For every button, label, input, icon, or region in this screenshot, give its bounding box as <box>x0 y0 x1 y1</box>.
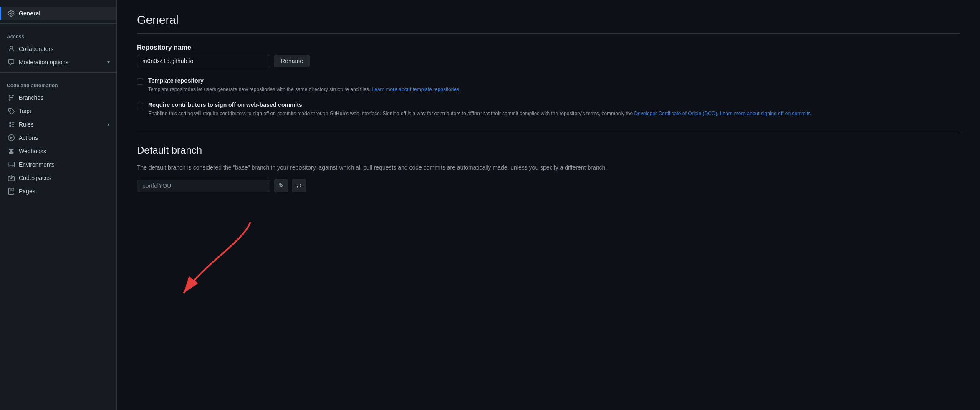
template-repo-label: Template repository <box>148 77 460 84</box>
dco-link[interactable]: Developer Certificate of Origin (DCO) <box>634 111 717 116</box>
sidebar-item-webhooks[interactable]: Webhooks <box>0 144 116 158</box>
template-repo-desc: Template repositories let users generate… <box>148 86 460 93</box>
sidebar-item-pages-label: Pages <box>19 188 35 195</box>
edit-branch-button[interactable]: ✎ <box>274 179 288 192</box>
sidebar-item-collaborators[interactable]: Collaborators <box>0 42 116 56</box>
codespaces-icon <box>8 175 15 181</box>
sidebar-item-rules-label: Rules <box>19 121 34 128</box>
sidebar-item-branches[interactable]: Branches <box>0 91 116 104</box>
sign-off-link[interactable]: Learn more about signing off on commits <box>720 111 811 116</box>
sidebar-item-general[interactable]: General <box>0 7 116 20</box>
template-repo-group: Template repository Template repositorie… <box>137 77 960 93</box>
sidebar-item-tags[interactable]: Tags <box>0 104 116 118</box>
sign-off-checkbox[interactable] <box>137 103 143 109</box>
divider <box>0 23 116 24</box>
template-repo-link[interactable]: Learn more about template repositories <box>372 86 459 92</box>
code-section-label: Code and automation <box>0 76 116 91</box>
comment-icon <box>8 59 15 66</box>
default-branch-title: Default branch <box>137 144 960 156</box>
repo-name-label: Repository name <box>137 44 960 51</box>
sign-off-group: Require contributors to sign off on web-… <box>137 101 960 117</box>
webhook-icon <box>8 148 15 154</box>
sidebar: General Access Collaborators Moderation … <box>0 0 117 410</box>
sidebar-item-environments-label: Environments <box>19 161 55 168</box>
play-icon <box>8 134 15 141</box>
sidebar-item-actions-label: Actions <box>19 134 38 141</box>
sidebar-item-collaborators-label: Collaborators <box>19 46 53 52</box>
sidebar-item-codespaces[interactable]: Codespaces <box>0 171 116 185</box>
rules-icon <box>8 121 15 128</box>
page-title: General <box>137 13 960 34</box>
branch-icon <box>8 94 15 101</box>
sidebar-item-general-label: General <box>19 10 40 17</box>
default-branch-section: Default branch The default branch is con… <box>137 144 960 192</box>
sidebar-item-codespaces-label: Codespaces <box>19 175 51 181</box>
arrow-annotation <box>175 218 267 301</box>
person-icon <box>8 46 15 52</box>
sidebar-item-rules[interactable]: Rules ▾ <box>0 118 116 131</box>
sidebar-item-tags-label: Tags <box>19 108 31 114</box>
access-section-label: Access <box>0 27 116 42</box>
sidebar-item-actions[interactable]: Actions <box>0 131 116 144</box>
sign-off-label: Require contributors to sign off on web-… <box>148 101 812 108</box>
sidebar-item-pages[interactable]: Pages <box>0 185 116 198</box>
repo-name-input[interactable] <box>137 55 270 67</box>
sidebar-item-moderation-options-label: Moderation options <box>19 59 68 66</box>
section-divider <box>137 131 960 131</box>
switch-branch-button[interactable]: ⇄ <box>292 179 306 192</box>
default-branch-desc: The default branch is considered the "ba… <box>137 163 960 172</box>
environment-icon <box>8 161 15 168</box>
sidebar-item-webhooks-label: Webhooks <box>19 148 46 154</box>
chevron-down-icon2: ▾ <box>107 121 110 127</box>
repo-name-section: Repository name Rename <box>137 44 960 67</box>
sign-off-desc: Enabling this setting will require contr… <box>148 110 812 117</box>
sidebar-item-moderation-options[interactable]: Moderation options ▾ <box>0 56 116 69</box>
rename-button[interactable]: Rename <box>274 55 310 67</box>
gear-icon <box>8 10 15 17</box>
chevron-down-icon: ▾ <box>107 59 110 65</box>
branch-name-input[interactable] <box>137 180 270 192</box>
template-repo-checkbox[interactable] <box>137 78 143 85</box>
tag-icon <box>8 108 15 114</box>
pages-icon <box>8 188 15 195</box>
divider2 <box>0 72 116 73</box>
sidebar-item-environments[interactable]: Environments <box>0 158 116 171</box>
main-content: General Repository name Rename Template … <box>117 0 980 410</box>
sidebar-item-branches-label: Branches <box>19 94 43 101</box>
